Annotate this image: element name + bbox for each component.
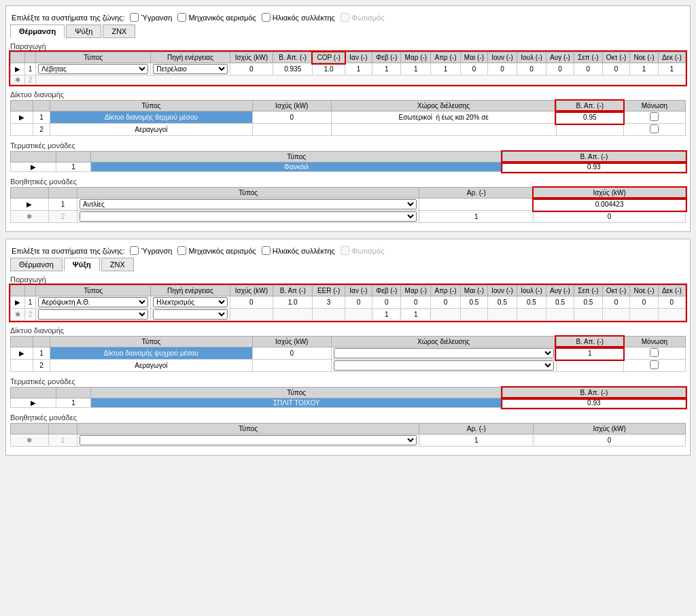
zone2-termatikes-title: Τερματικές μονάδες — [10, 377, 686, 386]
z2-cell-bap-t1[interactable] — [502, 398, 685, 408]
zone2-paragogi-table: Τύπος Πηγή ενέργειας Ισχύς (kW) Β. Απ (-… — [10, 285, 686, 321]
zone1-checkbox-iliakos[interactable]: Ηλιακός συλλέκτης — [262, 13, 335, 22]
row-num2: 2 — [25, 75, 36, 85]
th-bap-d: Β. Απ. (-) — [556, 101, 623, 112]
cell-type-v1[interactable]: Αντλίες — [77, 199, 419, 211]
z2-cell-space-d2[interactable] — [331, 360, 556, 372]
zone2-checkbox-hygransi[interactable]: Ύγρανση — [130, 246, 172, 255]
z2-cell-bap-d1[interactable] — [556, 347, 623, 360]
cell-okt[interactable] — [602, 63, 630, 75]
th-isch-d: Ισχύς (kW) — [252, 101, 331, 112]
z2-cell-type1[interactable]: Αερόψυκτη Α.Θ. — [36, 296, 151, 309]
z2-th-typos-v: Τύπος — [77, 424, 419, 434]
zone1-checkbox-hygransi[interactable]: Ύγρανση — [130, 13, 172, 22]
cell-ioun[interactable] — [488, 63, 517, 75]
cell-aug[interactable] — [546, 63, 574, 75]
th-mai: Μαι (-) — [460, 52, 487, 63]
zone2-termatikes-row1: ▶ 1 ΣΠΛΙΤ ΤΟΙΧΟΥ — [11, 398, 686, 408]
cell-bap-d1[interactable] — [556, 112, 623, 124]
zone1-tab-thermansi[interactable]: Θέρμανση — [10, 24, 65, 38]
z2-cell-monosi-d1[interactable] — [623, 347, 685, 360]
zone2-checkbox-mechanikos[interactable]: Μηχανικός αερισμός — [177, 246, 256, 255]
zone1-termatikes-title: Τερματικές μονάδες — [10, 141, 686, 150]
cell-monosi-d2[interactable] — [623, 124, 685, 136]
cell-source[interactable]: Πετρέλαιο — [151, 63, 230, 75]
zone1-panel: Επιλέξτε τα συστήματα της ζώνης: Ύγρανση… — [5, 5, 691, 232]
zone2-checkbox-iliakos[interactable]: Ηλιακός συλλέκτης — [262, 246, 335, 255]
zone2-header: Επιλέξτε τα συστήματα της ζώνης: Ύγρανση… — [10, 243, 686, 258]
cell-mai[interactable] — [460, 63, 487, 75]
zone1-header-label: Επιλέξτε τα συστήματα της ζώνης: — [12, 14, 124, 22]
cell-ar-v1[interactable] — [419, 199, 534, 211]
zone2-diktyo-title: Δίκτυο διανομής — [10, 326, 686, 335]
zone1-voithitikes-title: Βοηθητικές μονάδες — [10, 177, 686, 186]
cell-monosi-d1[interactable] — [623, 112, 685, 124]
zone1-tab-znx[interactable]: ΖΝΧ — [103, 24, 135, 38]
th-feb: Φεβ (-) — [372, 52, 401, 63]
th-sep: Σεπ (-) — [574, 52, 603, 63]
z2-th-bap-d: Β. Απ. (-) — [556, 337, 623, 347]
cell-noe[interactable] — [630, 63, 658, 75]
zone2-panel: Επιλέξτε τα συστήματα της ζώνης: Ύγρανση… — [5, 239, 691, 456]
th-apr: Απρ (-) — [431, 52, 460, 63]
z2-th-aug: Αυγ (-) — [546, 286, 574, 296]
cell-ian[interactable] — [345, 63, 372, 75]
z2-cell-type2[interactable] — [36, 309, 151, 321]
zone2-termatikes: Τερματικές μονάδες Τύπος Β. Απ. (-) ▶ 1 … — [10, 377, 686, 408]
z2-cell-monosi-d2[interactable] — [623, 360, 685, 372]
z2-cell-space-d1[interactable] — [331, 347, 556, 360]
cell-space-d1[interactable] — [331, 112, 556, 124]
cell-feb[interactable] — [372, 63, 401, 75]
cell-power-v1[interactable] — [534, 199, 686, 211]
z2-cell-source2[interactable] — [151, 309, 230, 321]
cell-type-v2[interactable] — [77, 211, 419, 223]
cell-cop[interactable] — [313, 63, 345, 75]
z2-th-ioun: Ιουν (-) — [488, 286, 517, 296]
z2-th-mai: Μαι (-) — [460, 286, 487, 296]
th-aug: Αυγ (-) — [546, 52, 574, 63]
th-isch: Ισχύς (kW) — [230, 52, 273, 63]
zone2-diktyo-row1: ▶ 1 Δίκτυο διανομής ψυχρού μέσου — [11, 347, 686, 360]
zone2-paragogi-row2: ✱ 2 — [11, 309, 686, 321]
cell-ar-v2[interactable] — [419, 211, 534, 223]
z2-cell-type-t1: ΣΠΛΙΤ ΤΟΙΧΟΥ — [90, 398, 502, 408]
cell-type-d2: Αεραγωγοί — [50, 124, 252, 136]
z2-cell-power-v1[interactable] — [534, 434, 686, 447]
z2-cell-eer1[interactable] — [313, 296, 345, 309]
cell-apr[interactable] — [431, 63, 460, 75]
cell-mar[interactable] — [401, 63, 431, 75]
cell-bap[interactable] — [273, 63, 313, 75]
th-cop: COP (-) — [313, 52, 345, 63]
zone1-checkbox-mechanikos[interactable]: Μηχανικός αερισμός — [177, 13, 256, 22]
cell-power[interactable] — [230, 63, 273, 75]
zone1-checkbox-fotismos: Φωτισμός — [341, 13, 385, 22]
zone1-termatikes-row1: ▶ 1 Φανκόιλ — [11, 162, 686, 172]
cell-power-d1[interactable] — [252, 112, 331, 124]
zone2-diktyo-row2: 2 Αεραγωγοί — [11, 360, 686, 372]
row-num-d1: 1 — [33, 112, 50, 124]
zone1-header: Επιλέξτε τα συστήματα της ζώνης: Ύγρανση… — [10, 10, 686, 24]
cell-dek[interactable] — [658, 63, 685, 75]
zone2-tab-znx[interactable]: ΖΝΧ — [101, 258, 134, 271]
z2-cell-type-v1[interactable] — [77, 434, 419, 447]
zone1-termatikes-table: Τύπος Β. Απ. (-) ▶ 1 Φανκόιλ — [10, 151, 686, 172]
z2-cell-bap1[interactable] — [273, 296, 313, 309]
cell-power-v2[interactable] — [534, 211, 686, 223]
cell-type[interactable]: Λέβητας — [36, 63, 151, 75]
zone1-paragogi-row2: ✱ 2 — [11, 75, 686, 85]
row-star: ✱ — [11, 75, 25, 85]
z2-th-apr: Απρ (-) — [431, 286, 460, 296]
th-space-d: Χώρος διέλευσης — [331, 101, 556, 112]
cell-sep[interactable] — [574, 63, 603, 75]
z2-cell-source1[interactable]: Ηλεκτρισμός — [151, 296, 230, 309]
cell-bap-t1[interactable] — [502, 162, 685, 172]
zone2-tab-psyxi[interactable]: Ψύξη — [64, 258, 100, 271]
zone1-tab-psyxi[interactable]: Ψύξη — [66, 24, 101, 38]
zone2-tab-thermansi[interactable]: Θέρμανση — [10, 258, 63, 271]
zone1-diktyo-title: Δίκτυο διανομής — [10, 90, 686, 99]
z2-cell-power-d1[interactable] — [252, 347, 331, 360]
z2-th-typos-t: Τύπος — [90, 388, 502, 398]
z2-cell-power1[interactable] — [230, 296, 273, 309]
z2-cell-ar-v1[interactable] — [419, 434, 534, 447]
cell-ioul[interactable] — [517, 63, 546, 75]
